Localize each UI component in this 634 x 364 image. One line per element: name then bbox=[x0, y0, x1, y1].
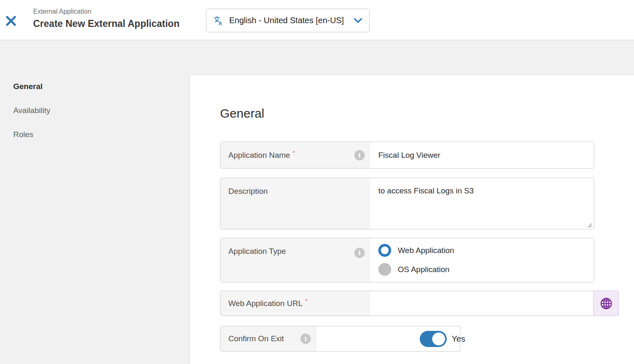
field-confirm-on-exit: Confirm On Exit i Yes bbox=[220, 326, 460, 352]
dialog-header: External Application Create New External… bbox=[0, 0, 634, 40]
field-application-name: Application Name * i bbox=[220, 142, 594, 169]
description-label: Description bbox=[220, 178, 370, 229]
close-button[interactable] bbox=[4, 14, 17, 27]
application-name-label: Application Name * i bbox=[220, 142, 370, 168]
radio-label: OS Application bbox=[398, 265, 450, 274]
application-name-input[interactable] bbox=[370, 142, 594, 168]
radio-selected-icon[interactable] bbox=[378, 244, 391, 257]
svg-text:A: A bbox=[218, 20, 223, 26]
translate-icon: A bbox=[213, 15, 224, 26]
web-application-url-label: Web Application URL * bbox=[220, 291, 370, 316]
chevron-down-icon bbox=[353, 18, 363, 24]
close-icon bbox=[5, 15, 17, 27]
title-block: External Application Create New External… bbox=[33, 7, 179, 30]
info-icon[interactable]: i bbox=[354, 248, 365, 258]
field-application-type: Application Type i Web Application OS Ap… bbox=[220, 238, 594, 282]
radio-unselected-icon[interactable] bbox=[378, 263, 391, 276]
confirm-on-exit-label: Confirm On Exit i bbox=[220, 326, 317, 351]
section-title: General bbox=[220, 106, 264, 121]
field-web-application-url: Web Application URL * bbox=[220, 291, 619, 316]
sidebar-item-availability[interactable]: Availability bbox=[13, 106, 171, 115]
radio-os-application[interactable]: OS Application bbox=[378, 263, 450, 276]
toggle-state-label: Yes bbox=[452, 334, 465, 344]
required-asterisk: * bbox=[293, 149, 295, 156]
page-title: Create New External Application bbox=[33, 17, 179, 30]
info-icon[interactable]: i bbox=[300, 334, 311, 344]
section-nav: General Availability Roles bbox=[13, 82, 171, 154]
radio-web-application[interactable]: Web Application bbox=[378, 244, 454, 257]
globe-icon bbox=[599, 296, 614, 311]
resize-handle-icon[interactable] bbox=[587, 222, 592, 228]
dialog-body: General Availability Roles General Appli… bbox=[0, 40, 634, 364]
confirm-on-exit-toggle[interactable] bbox=[420, 331, 447, 347]
context-title: External Application bbox=[33, 7, 179, 16]
web-application-url-input[interactable] bbox=[370, 291, 618, 316]
radio-label: Web Application bbox=[398, 246, 454, 255]
required-asterisk: * bbox=[305, 297, 307, 304]
application-type-label: Application Type i bbox=[220, 238, 370, 282]
sidebar-item-general[interactable]: General bbox=[13, 82, 171, 91]
open-url-button[interactable] bbox=[593, 291, 619, 316]
toggle-knob bbox=[432, 333, 445, 345]
description-textarea[interactable]: to access Fiscal Logs in S3 bbox=[370, 178, 594, 229]
create-external-application-dialog: External Application Create New External… bbox=[0, 0, 634, 364]
language-selector[interactable]: A English - United States [en-US] bbox=[206, 9, 370, 32]
language-label: English - United States [en-US] bbox=[229, 16, 344, 25]
info-icon[interactable]: i bbox=[354, 150, 365, 160]
sidebar-item-roles[interactable]: Roles bbox=[13, 130, 171, 139]
field-description: Description to access Fiscal Logs in S3 bbox=[220, 178, 594, 229]
general-section-panel: General Application Name * i Description bbox=[189, 75, 634, 364]
